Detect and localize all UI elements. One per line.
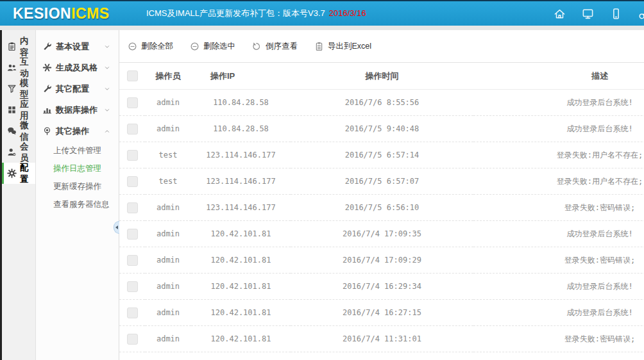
row-checkbox[interactable]: [127, 176, 138, 187]
row-checkbox[interactable]: [127, 124, 138, 135]
col-header-ip: 操作IP: [191, 63, 291, 90]
table-row: test123.114.146.1772016/7/5 6:57:14登录失败:…: [119, 142, 644, 168]
export-excel-button[interactable]: .f{fill:currentColor;stroke:none;}导出到Exc…: [314, 41, 371, 52]
logo-part2: ICMS: [71, 5, 110, 22]
cell-select: [119, 274, 145, 300]
sidebar-item-settings[interactable]: .f{fill:currentColor;stroke:none;}配置: [2, 163, 35, 184]
sidebar-item-content[interactable]: .f{fill:currentColor;stroke:none;}内容: [2, 36, 35, 57]
sidebar-item-label: 配置: [20, 162, 35, 185]
sidebar-item-interaction[interactable]: .f{fill:currentColor;stroke:none;}互动: [2, 57, 35, 78]
menu-group-basic-settings[interactable]: .f{fill:currentColor;stroke:none;}基本设置.f…: [36, 36, 119, 57]
cell-ip: 123.114.146.177: [191, 195, 291, 221]
cell-time: 2016/7/4 11:31:01: [291, 326, 473, 352]
row-checkbox[interactable]: [127, 229, 138, 240]
button-label: 导出到Excel: [328, 41, 371, 52]
button-label: 倒序查看: [266, 41, 298, 52]
wrench-icon: .f{fill:currentColor;stroke:none;}: [42, 84, 52, 94]
cell-time: 2016/7/5 6:56:10: [291, 195, 473, 221]
cell-operator: admin: [145, 247, 191, 274]
cell-operator: test: [145, 142, 191, 168]
sidebar-item-label: 微信: [20, 120, 35, 143]
select-all-checkbox[interactable]: [127, 70, 138, 81]
users-icon: .f{fill:currentColor;stroke:none;}: [7, 63, 17, 72]
table-row: admin120.42.101.812016/7/4 17:09:29登录失败:…: [119, 247, 644, 274]
bars-icon: .f{fill:currentColor;stroke:none;}: [42, 105, 52, 115]
delete-selected-button[interactable]: .f{fill:currentColor;stroke:none;}删除选中: [190, 41, 235, 52]
monitor-icon[interactable]: .f{fill:currentColor;stroke:none;}: [582, 8, 594, 20]
cell-desc: 登录失败:密码错误;: [473, 195, 644, 221]
reverse-order-button[interactable]: .f{fill:currentColor;stroke:none;}倒序查看: [252, 41, 298, 52]
home-icon[interactable]: .f{fill:currentColor;stroke:none;}: [554, 8, 566, 20]
wrench-icon: .f{fill:currentColor;stroke:none;}: [42, 42, 52, 51]
sidebar-item-model[interactable]: .f{fill:currentColor;stroke:none;}模型: [2, 78, 35, 99]
menu-item-update-cache[interactable]: 更新缓存操作: [36, 177, 119, 195]
flower-icon: .f{fill:currentColor;stroke:none;}: [42, 63, 52, 72]
cell-ip: 120.42.101.81: [191, 326, 291, 352]
sidebar-item-label: 互动: [20, 56, 35, 79]
excel-icon: .f{fill:currentColor;stroke:none;}: [314, 42, 324, 51]
menu-item-operation-logs[interactable]: 操作日志管理: [36, 160, 119, 177]
cell-select: [119, 300, 145, 326]
cell-desc: 登录失败:密码错误;: [473, 326, 644, 352]
cell-time: 2016/7/5 6:57:07: [291, 168, 473, 195]
cell-desc: 登录失败:用户名不存在;: [473, 168, 644, 195]
menu-group-label: 其它操作: [56, 126, 89, 137]
menu-item-server-info[interactable]: 查看服务器信息: [36, 195, 119, 213]
menu-group-other-ops[interactable]: .f{fill:currentColor;stroke:none;}其它操作.f…: [36, 120, 119, 142]
cell-operator: admin: [145, 221, 191, 247]
row-checkbox[interactable]: [127, 255, 138, 266]
button-label: 删除全部: [141, 41, 173, 52]
cell-ip: 120.42.101.81: [191, 221, 291, 247]
table-row: admin120.42.101.812016/7/4 16:27:15成功登录后…: [119, 300, 644, 326]
table-row: admin120.42.101.812016/7/4 16:29:34成功登录后…: [119, 274, 644, 300]
reverse-icon: .f{fill:currentColor;stroke:none;}: [252, 42, 262, 51]
menu-group-generate-style[interactable]: .f{fill:currentColor;stroke:none;}生成及风格.…: [36, 57, 119, 78]
sidebar-item-wechat[interactable]: .f{fill:currentColor;stroke:none;}微信: [2, 120, 35, 142]
menu-item-upload-files[interactable]: 上传文件管理: [36, 142, 119, 160]
cell-select: [119, 116, 145, 142]
version-date: 2016/3/16: [329, 8, 366, 18]
version-notice: ICMS及IMALL产品更新发布补丁包：版本号V3.7: [146, 8, 325, 18]
cell-time: 2016/7/6 8:55:56: [291, 90, 473, 116]
row-checkbox[interactable]: [127, 334, 138, 345]
chevron-down-icon: .f{fill:currentColor;stroke:none;}: [103, 64, 111, 72]
menu-group-other-config[interactable]: .f{fill:currentColor;stroke:none;}其它配置.f…: [36, 78, 119, 99]
key-icon[interactable]: .f{fill:currentColor;stroke:none;}: [638, 8, 644, 20]
row-checkbox[interactable]: [127, 307, 138, 318]
sidebar-item-members[interactable]: .f{fill:currentColor;stroke:none;}会员: [2, 142, 35, 163]
cell-select: [119, 247, 145, 274]
cell-time: 2016/7/5 6:57:14: [291, 142, 473, 168]
app-logo: KESIONICMS: [13, 1, 110, 26]
button-label: 删除选中: [203, 41, 235, 52]
mobile-icon[interactable]: .f{fill:currentColor;stroke:none;}: [610, 8, 622, 20]
table-row: test123.114.146.1772016/7/5 6:57:07登录失败:…: [119, 168, 644, 195]
minus-circle-icon: .f{fill:currentColor;stroke:none;}: [128, 42, 137, 51]
cell-desc: 成功登录后台系统!: [473, 300, 644, 326]
cell-ip: 110.84.28.58: [191, 90, 291, 116]
menu-group-label: 其它配置: [56, 83, 89, 95]
cell-operator: admin: [145, 195, 191, 221]
sidebar-collapse-handle[interactable]: [114, 221, 119, 234]
menu-group-database-ops[interactable]: .f{fill:currentColor;stroke:none;}数据库操作.…: [36, 99, 119, 120]
cell-ip: 120.42.101.81: [191, 247, 291, 274]
menu-group-label: 数据库操作: [56, 104, 97, 116]
cell-operator: test: [145, 168, 191, 195]
cell-select: [119, 326, 145, 352]
row-checkbox[interactable]: [127, 281, 138, 292]
delete-all-button[interactable]: .f{fill:currentColor;stroke:none;}删除全部: [128, 41, 173, 52]
cell-desc: 成功登录后台系统!: [473, 274, 644, 300]
chevron-down-icon: .f{fill:currentColor;stroke:none;}: [103, 43, 111, 51]
sidebar-item-apps[interactable]: .f{fill:currentColor;stroke:none;}应用: [2, 99, 35, 120]
logo-part1: KESION: [13, 5, 71, 22]
gear-icon: .f{fill:currentColor;stroke:none;}: [7, 168, 17, 178]
sidebar-item-label: 内容: [20, 35, 35, 58]
menu-group-label: 生成及风格: [56, 62, 97, 74]
row-checkbox[interactable]: [127, 150, 138, 161]
row-checkbox[interactable]: [127, 97, 138, 108]
table-row: admin110.84.28.582016/7/6 8:55:56成功登录后台系…: [119, 90, 644, 116]
content-area: .f{fill:currentColor;stroke:none;}删除全部.f…: [119, 30, 644, 360]
sidebar-item-label: 应用: [20, 99, 35, 122]
collapse-arrow-icon: [115, 225, 118, 229]
row-checkbox[interactable]: [127, 202, 138, 213]
cell-desc: 登录失败:密码错误;: [473, 352, 644, 360]
